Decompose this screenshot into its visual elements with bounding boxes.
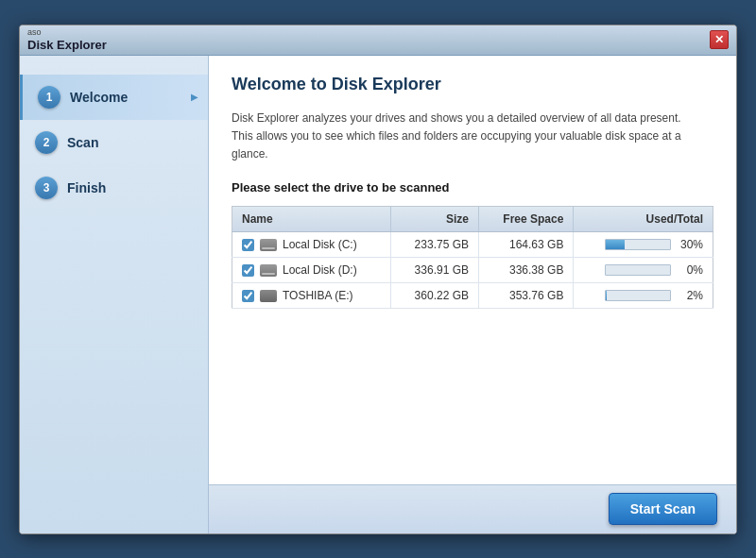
drive-table: Name Size Free Space Used/Total Local Di… bbox=[232, 206, 713, 309]
main-inner: Welcome to Disk Explorer Disk Explorer a… bbox=[209, 56, 736, 484]
disk-explorer-window: aso Disk Explorer ✕ 1 Welcome 2 Scan 3 F… bbox=[19, 25, 737, 534]
sidebar-item-scan[interactable]: 2 Scan bbox=[20, 120, 208, 165]
table-row: TOSHIBA (E:)360.22 GB353.76 GB2% bbox=[232, 283, 713, 309]
table-row: Local Disk (C:)233.75 GB164.63 GB30% bbox=[232, 232, 713, 258]
drive-used-total: 0% bbox=[574, 258, 713, 283]
page-title: Welcome to Disk Explorer bbox=[232, 75, 713, 94]
drive-free-space: 353.76 GB bbox=[478, 283, 573, 309]
progress-fill bbox=[606, 240, 625, 249]
close-button[interactable]: ✕ bbox=[710, 30, 729, 49]
table-row: Local Disk (D:)336.91 GB336.38 GB0% bbox=[232, 258, 713, 283]
col-name: Name bbox=[232, 207, 391, 232]
drive-size: 336.91 GB bbox=[391, 258, 479, 283]
drive-name-label: Local Disk (D:) bbox=[283, 263, 357, 277]
app-name: aso bbox=[27, 27, 107, 38]
drive-free-space: 164.63 GB bbox=[478, 232, 573, 258]
drive-checkbox-0[interactable] bbox=[242, 239, 254, 251]
step-2-number: 2 bbox=[35, 131, 58, 154]
table-header-row: Name Size Free Space Used/Total bbox=[232, 207, 713, 232]
sidebar-item-finish[interactable]: 3 Finish bbox=[20, 165, 208, 211]
progress-bar bbox=[605, 290, 671, 301]
progress-bar bbox=[605, 264, 671, 276]
col-used-total: Used/Total bbox=[574, 207, 713, 232]
drive-name-cell-1: Local Disk (D:) bbox=[232, 258, 391, 283]
description-text: Disk Explorer analyzes your drives and s… bbox=[232, 110, 685, 164]
step-3-number: 3 bbox=[35, 177, 58, 199]
col-free-space: Free Space bbox=[478, 207, 573, 232]
used-pct-label: 30% bbox=[677, 238, 703, 251]
sidebar-item-welcome[interactable]: 1 Welcome bbox=[20, 75, 208, 120]
step-2-label: Scan bbox=[67, 135, 98, 150]
drive-name-cell-2: TOSHIBA (E:) bbox=[232, 283, 391, 309]
drive-checkbox-1[interactable] bbox=[242, 264, 254, 277]
drive-name-label: TOSHIBA (E:) bbox=[283, 289, 352, 302]
start-scan-button[interactable]: Start Scan bbox=[609, 493, 717, 525]
drive-name-cell-0: Local Disk (C:) bbox=[232, 232, 391, 258]
drive-icon bbox=[260, 239, 277, 251]
drive-checkbox-2[interactable] bbox=[242, 290, 254, 302]
drive-used-total: 2% bbox=[574, 283, 713, 309]
drive-used-total: 30% bbox=[574, 232, 713, 258]
step-3-label: Finish bbox=[67, 180, 106, 195]
progress-fill bbox=[606, 291, 607, 300]
title-bar-left: aso Disk Explorer bbox=[27, 27, 107, 52]
sidebar: 1 Welcome 2 Scan 3 Finish bbox=[20, 56, 209, 533]
drive-table-body: Local Disk (C:)233.75 GB164.63 GB30%Loca… bbox=[232, 232, 713, 309]
main-content: Welcome to Disk Explorer Disk Explorer a… bbox=[209, 56, 736, 533]
drive-icon bbox=[260, 264, 277, 277]
drive-free-space: 336.38 GB bbox=[478, 258, 573, 283]
progress-bar bbox=[605, 239, 671, 250]
step-1-number: 1 bbox=[38, 86, 60, 109]
used-pct-label: 0% bbox=[677, 263, 703, 277]
col-size: Size bbox=[391, 207, 479, 232]
drive-name-label: Local Disk (C:) bbox=[283, 238, 357, 251]
drive-size: 360.22 GB bbox=[391, 283, 479, 309]
footer: Start Scan bbox=[209, 484, 736, 533]
used-pct-label: 2% bbox=[677, 289, 703, 302]
content-area: 1 Welcome 2 Scan 3 Finish Welcome to Dis… bbox=[20, 56, 736, 533]
title-bar: aso Disk Explorer ✕ bbox=[20, 25, 736, 56]
window-title: Disk Explorer bbox=[27, 38, 107, 52]
step-1-label: Welcome bbox=[70, 90, 128, 105]
drive-icon bbox=[260, 290, 277, 302]
select-drive-label: Please select the drive to be scanned bbox=[232, 180, 713, 194]
drive-size: 233.75 GB bbox=[391, 232, 479, 258]
